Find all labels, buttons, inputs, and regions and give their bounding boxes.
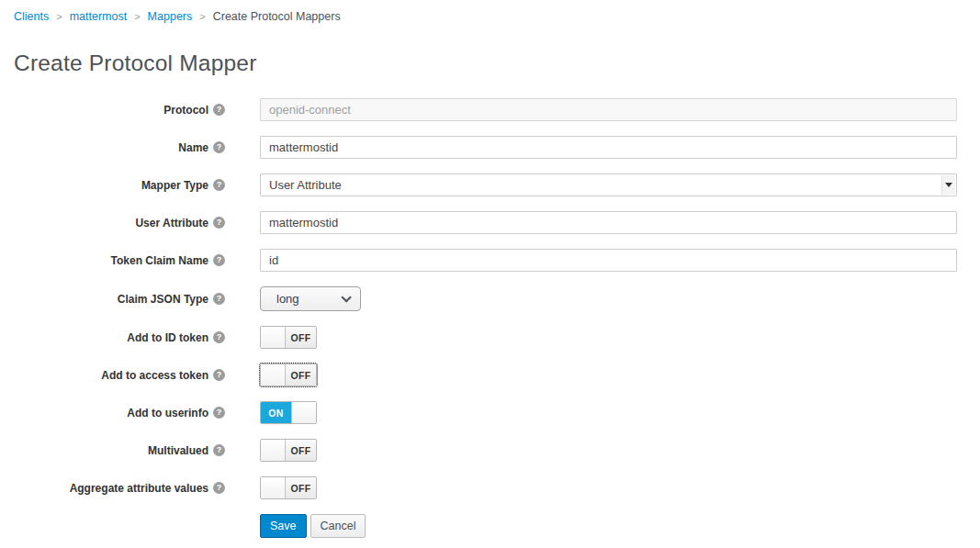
form-row-add-to-access-token: Add to access token ? OFF (0, 363, 957, 386)
form-row-claim-json-type: Claim JSON Type ? long (0, 286, 957, 311)
toggle-state-label: OFF (286, 327, 316, 348)
breadcrumb-separator-icon: > (56, 11, 62, 22)
breadcrumb-link-clients[interactable]: Clients (14, 10, 49, 23)
toggle-handle (261, 440, 286, 461)
help-icon[interactable]: ? (213, 331, 225, 343)
toggle-state-label: OFF (286, 364, 316, 386)
form-row-protocol: Protocol ? (0, 98, 957, 121)
breadcrumb-link-mappers[interactable]: Mappers (148, 10, 193, 23)
breadcrumb-current: Create Protocol Mappers (213, 10, 341, 23)
help-icon[interactable]: ? (213, 444, 225, 456)
breadcrumb-link-mattermost[interactable]: mattermost (70, 10, 128, 23)
token-claim-name-input[interactable] (260, 249, 957, 272)
user-attribute-input[interactable] (260, 211, 957, 234)
form-row-mapper-type: Mapper Type ? User Attribute (0, 173, 957, 196)
help-icon[interactable]: ? (213, 104, 225, 116)
page-title: Create Protocol Mapper (14, 50, 980, 76)
toggle-state-label: ON (261, 402, 291, 423)
add-to-id-token-label: Add to ID token (127, 331, 208, 344)
toggle-handle (291, 402, 316, 423)
form-row-add-to-id-token: Add to ID token ? OFF (0, 326, 957, 349)
help-icon[interactable]: ? (213, 141, 225, 153)
protocol-label: Protocol (163, 104, 208, 117)
add-to-access-token-label: Add to access token (101, 369, 208, 382)
protocol-input (260, 98, 957, 121)
token-claim-name-label: Token Claim Name (111, 254, 208, 267)
save-button[interactable]: Save (260, 514, 307, 538)
create-protocol-mapper-form: Protocol ? Name ? Mapper Type ? User Att… (0, 98, 957, 538)
dropdown-arrow-icon (941, 175, 955, 195)
breadcrumb: Clients > mattermost > Mappers > Create … (0, 0, 980, 23)
claim-json-type-label: Claim JSON Type (118, 293, 208, 306)
help-icon[interactable]: ? (213, 254, 225, 266)
multivalued-toggle[interactable]: OFF (260, 439, 317, 462)
chevron-down-icon (341, 292, 351, 302)
form-row-multivalued: Multivalued ? OFF (0, 439, 957, 462)
toggle-state-label: OFF (286, 440, 316, 461)
form-row-token-claim-name: Token Claim Name ? (0, 249, 957, 272)
add-to-access-token-toggle[interactable]: OFF (260, 363, 317, 386)
toggle-handle (261, 327, 286, 348)
form-row-add-to-userinfo: Add to userinfo ? ON (0, 401, 957, 424)
name-input[interactable] (260, 136, 957, 159)
user-attribute-label: User Attribute (135, 217, 208, 229)
help-icon[interactable]: ? (213, 407, 225, 419)
help-icon[interactable]: ? (213, 369, 225, 381)
add-to-userinfo-toggle[interactable]: ON (260, 401, 317, 424)
form-row-name: Name ? (0, 136, 957, 159)
mapper-type-select[interactable]: User Attribute (260, 173, 957, 196)
help-icon[interactable]: ? (213, 217, 225, 229)
help-icon[interactable]: ? (213, 179, 225, 191)
add-to-userinfo-label: Add to userinfo (127, 407, 208, 419)
form-row-user-attribute: User Attribute ? (0, 211, 957, 234)
mapper-type-label: Mapper Type (141, 179, 208, 192)
breadcrumb-separator-icon: > (134, 11, 140, 22)
help-icon[interactable]: ? (213, 293, 225, 305)
form-row-aggregate-attribute-values: Aggregate attribute values ? OFF (0, 476, 957, 499)
toggle-handle (261, 477, 286, 498)
add-to-id-token-toggle[interactable]: OFF (260, 326, 317, 349)
toggle-handle (261, 364, 286, 386)
help-icon[interactable]: ? (213, 482, 225, 494)
aggregate-attribute-values-toggle[interactable]: OFF (260, 476, 317, 499)
breadcrumb-separator-icon: > (199, 11, 205, 22)
claim-json-type-selected-value: long (276, 292, 299, 306)
name-label: Name (178, 141, 208, 154)
form-row-actions: Save Cancel (0, 514, 957, 538)
cancel-button[interactable]: Cancel (310, 514, 366, 538)
mapper-type-selected-value: User Attribute (269, 178, 342, 192)
toggle-state-label: OFF (286, 477, 316, 498)
claim-json-type-select[interactable]: long (260, 286, 361, 311)
aggregate-attribute-values-label: Aggregate attribute values (70, 482, 208, 495)
multivalued-label: Multivalued (148, 444, 208, 457)
